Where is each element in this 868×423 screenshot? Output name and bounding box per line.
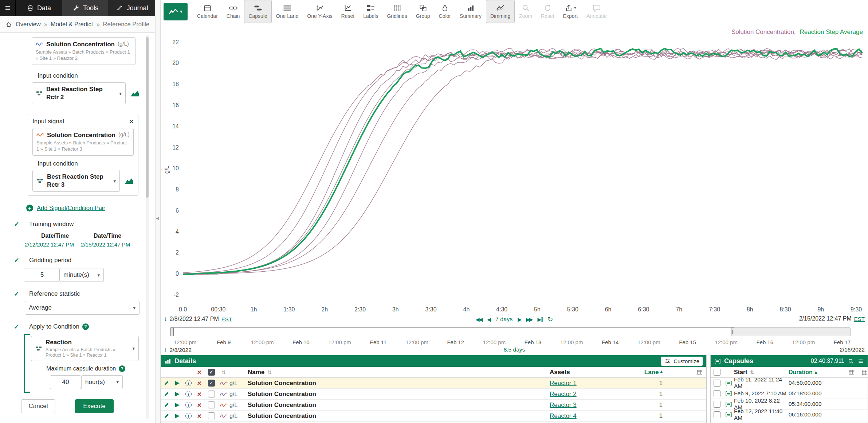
- asset-link[interactable]: Reactor 1: [550, 380, 577, 387]
- toolbar-one-lane-button[interactable]: One Lane: [272, 0, 303, 23]
- edit-icon[interactable]: [161, 402, 172, 408]
- apply-condition-select[interactable]: Reaction Sample Assets » Batch Products …: [31, 336, 139, 361]
- toolbar-gridlines-button[interactable]: Gridlines: [382, 0, 411, 23]
- capsule-row[interactable]: Feb 11, 2022 11:24 AM04:50:00.000: [711, 378, 868, 388]
- edit-icon[interactable]: [161, 413, 172, 419]
- sort-icon[interactable]: ⇅: [267, 369, 272, 375]
- details-row[interactable]: i×g/LSolution ConcentrationReactor 11: [161, 378, 706, 389]
- max-duration-unit-select[interactable]: hour(s) ▾: [81, 375, 123, 389]
- asset-link[interactable]: Reactor 3: [550, 401, 577, 409]
- breadcrumb-overview[interactable]: Overview: [16, 21, 41, 28]
- tab-journal[interactable]: Journal: [109, 0, 155, 16]
- details-row[interactable]: i×g/LSolution ConcentrationReactor 21: [161, 389, 706, 400]
- select-all-capsules-checkbox[interactable]: [714, 369, 720, 376]
- lane-column-header[interactable]: Lane: [644, 369, 659, 376]
- toolbar-capsule-button[interactable]: Capsule: [244, 0, 271, 23]
- tab-tools[interactable]: Tools: [62, 0, 109, 16]
- toolbar-summary-button[interactable]: Summary: [455, 0, 486, 23]
- row-checkbox[interactable]: [208, 391, 215, 397]
- capsule-checkbox[interactable]: [714, 411, 720, 418]
- more-options-icon[interactable]: [857, 358, 864, 364]
- search-icon[interactable]: [848, 358, 854, 364]
- reference-statistic-select[interactable]: Average ▾: [25, 301, 140, 315]
- select-all-checkbox[interactable]: [208, 369, 215, 376]
- row-checkbox[interactable]: [208, 401, 215, 408]
- timeline-scrollbar[interactable]: [170, 327, 851, 336]
- name-column-header[interactable]: Name: [248, 369, 264, 376]
- add-pair-link[interactable]: Add Signal/Condition Pair: [37, 205, 105, 212]
- toolbar-export-button[interactable]: ▾Export: [559, 0, 582, 23]
- timeline-handle-right[interactable]: [731, 327, 734, 336]
- scrollbar-thumb[interactable]: [146, 37, 149, 198]
- solution-concentration-capsule--line[interactable]: [183, 48, 862, 274]
- solution-concentration-capsule--line[interactable]: [183, 51, 862, 274]
- capsule-grid-icon[interactable]: [862, 369, 868, 375]
- toolbar-dimming-button[interactable]: Dimming: [486, 0, 515, 23]
- condition-select[interactable]: Best Reaction Step Rctr 2 ▾: [32, 82, 126, 104]
- menu-icon[interactable]: [0, 0, 15, 16]
- sort-icon[interactable]: ⇅: [221, 369, 226, 375]
- info-icon[interactable]: i: [183, 380, 194, 386]
- row-checkbox[interactable]: [208, 412, 215, 419]
- info-icon[interactable]: i: [183, 413, 194, 419]
- condition-select[interactable]: Best Reaction Step Rctr 3 ▾: [32, 170, 120, 192]
- send-icon[interactable]: [172, 392, 183, 396]
- training-window-range[interactable]: 2/12/2022 12:47 PM - 2/15/2022 12:47 PM: [25, 241, 149, 248]
- solution-concentration-capsule--line[interactable]: [183, 51, 862, 275]
- toolbar-reset-button[interactable]: Reset: [337, 0, 359, 23]
- remove-icon[interactable]: ×: [194, 380, 205, 387]
- execute-button[interactable]: Execute: [75, 399, 114, 413]
- remove-icon[interactable]: ×: [194, 412, 205, 420]
- columns-icon[interactable]: [697, 369, 703, 375]
- gridding-period-input[interactable]: [25, 268, 59, 282]
- send-icon[interactable]: [172, 403, 183, 407]
- input-signal-card[interactable]: Solution Concentration (g/L) Sample Asse…: [32, 128, 134, 156]
- solution-concentration-capsule--line[interactable]: [183, 53, 862, 273]
- help-icon[interactable]: ?: [119, 365, 125, 372]
- help-icon[interactable]: ?: [82, 323, 89, 330]
- area-chart-icon[interactable]: [124, 177, 134, 185]
- area-chart-icon[interactable]: [130, 89, 140, 97]
- edit-icon[interactable]: [161, 391, 172, 397]
- capsule-columns-icon[interactable]: [849, 369, 855, 375]
- capsule-checkbox[interactable]: [714, 390, 720, 397]
- remove-pair-icon[interactable]: ×: [129, 117, 134, 125]
- display-type-button[interactable]: ▾: [164, 3, 188, 20]
- timeline-handle-left[interactable]: [170, 327, 174, 336]
- remove-all-icon[interactable]: ×: [197, 369, 201, 376]
- details-row[interactable]: i×g/LSolution ConcentrationReactor 41: [161, 411, 706, 422]
- info-icon[interactable]: i: [183, 402, 194, 408]
- breadcrumb-model-predict[interactable]: Model & Predict: [51, 21, 93, 28]
- add-signal-condition-pair[interactable]: + Add Signal/Condition Pair: [26, 205, 149, 212]
- toolbar-chain-button[interactable]: Chain: [222, 0, 244, 23]
- timeline-duration[interactable]: 8.5 days: [504, 346, 525, 353]
- timeline-end-date[interactable]: 2/16/2022: [840, 346, 865, 353]
- timeline-start-date[interactable]: 2/8/2022: [170, 347, 192, 353]
- trend-chart[interactable]: [183, 30, 865, 304]
- gridding-unit-select[interactable]: minute(s) ▾: [59, 268, 104, 282]
- sidebar-scrollbar[interactable]: [146, 35, 149, 419]
- toolbar-color-button[interactable]: Color: [435, 0, 455, 23]
- input-signal-card[interactable]: Solution Concentration (g/L) Sample Asse…: [32, 37, 135, 65]
- row-checkbox[interactable]: [208, 380, 215, 387]
- training-start[interactable]: 2/12/2022 12:47 PM: [25, 241, 74, 248]
- remove-icon[interactable]: ×: [194, 401, 205, 409]
- info-icon[interactable]: i: [183, 391, 194, 397]
- customize-button[interactable]: Customize: [661, 357, 703, 366]
- toolbar-one-y-axis-button[interactable]: One Y-Axis: [303, 0, 337, 23]
- solution-concentration-capsule--line[interactable]: [183, 51, 862, 274]
- start-column-header[interactable]: Start: [734, 369, 747, 376]
- tab-data[interactable]: Data: [15, 0, 62, 16]
- asset-link[interactable]: Reactor 4: [550, 412, 577, 420]
- asset-link[interactable]: Reactor 2: [550, 391, 577, 398]
- assets-column-header[interactable]: Assets: [550, 369, 570, 376]
- sort-icon[interactable]: ⇅: [750, 369, 754, 375]
- details-row[interactable]: i×g/LSolution ConcentrationReactor 31: [161, 400, 706, 411]
- remove-icon[interactable]: ×: [194, 391, 205, 398]
- edit-icon[interactable]: [161, 380, 172, 386]
- duration-column-header[interactable]: Duration: [789, 369, 813, 376]
- capsule-row[interactable]: Feb 12, 2022 11:40 AM06:16:00.000: [711, 410, 868, 420]
- collapse-sidebar-icon[interactable]: ◀: [156, 216, 159, 221]
- toolbar-group-button[interactable]: Group: [412, 0, 435, 23]
- send-icon[interactable]: [172, 414, 183, 418]
